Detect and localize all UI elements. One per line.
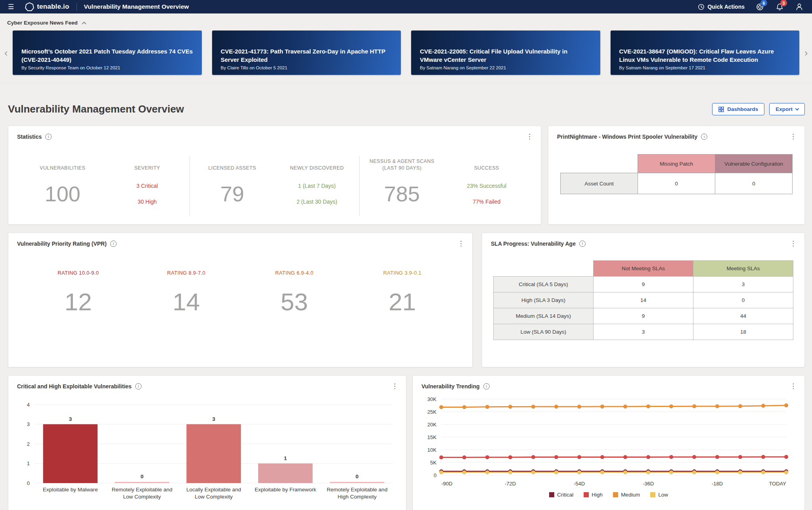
stat-label: NESSUS & AGENT SCANS bbox=[370, 158, 434, 165]
sla-cell[interactable]: 9 bbox=[594, 277, 693, 292]
vpr-rating-label: RATING 6.9-4.0 bbox=[275, 270, 313, 276]
severity-high-count[interactable]: 30 High bbox=[138, 199, 157, 205]
stat-label: NEWLY DISCOVERED bbox=[290, 165, 344, 172]
printnightmare-panel: PrintNightmare - Windows Print Spooler V… bbox=[548, 126, 805, 225]
legend-label: High bbox=[592, 492, 603, 498]
carousel-right-arrow[interactable]: › bbox=[800, 47, 812, 59]
row-label: Critical (SLA 5 Days) bbox=[494, 277, 594, 292]
vpr-rating-6-4: RATING 6.9-4.0 53 bbox=[240, 270, 349, 316]
sla-cell[interactable]: 3 bbox=[594, 324, 693, 340]
vpr-rating-value[interactable]: 21 bbox=[389, 288, 416, 316]
stat-scans: NESSUS & AGENT SCANS (LAST 90 DAYS) 785 bbox=[359, 156, 444, 216]
kebab-menu-icon[interactable]: ⋮ bbox=[526, 133, 533, 140]
asset-count-vulnerable-configuration[interactable]: 0 bbox=[715, 173, 793, 194]
svg-text:-36D: -36D bbox=[643, 481, 654, 487]
table-row: Critical (SLA 5 Days) 9 3 bbox=[494, 277, 793, 292]
info-icon[interactable]: i bbox=[579, 241, 586, 247]
scans-successful-pct[interactable]: 23% Successful bbox=[467, 183, 506, 189]
svg-text:25K: 25K bbox=[427, 409, 437, 415]
svg-text:3: 3 bbox=[27, 421, 30, 427]
column-header-not-meeting-slas: Not Meeting SLAs bbox=[594, 261, 693, 277]
news-card-title: CVE-2021-38647 (OMIGOD): Critical Flaw L… bbox=[619, 47, 791, 64]
quick-actions-label: Quick Actions bbox=[707, 4, 745, 10]
kebab-menu-icon[interactable]: ⋮ bbox=[790, 133, 797, 140]
vpr-panel: Vulnerability Priority Rating (VPR) i ⋮ … bbox=[8, 233, 473, 367]
clock-icon bbox=[698, 4, 705, 10]
svg-text:3: 3 bbox=[212, 416, 215, 422]
table-row: High (SLA 3 Days) 14 0 bbox=[494, 292, 793, 308]
kebab-menu-icon[interactable]: ⋮ bbox=[458, 240, 464, 247]
user-menu-button[interactable] bbox=[795, 2, 804, 11]
kebab-menu-icon[interactable]: ⋮ bbox=[790, 383, 797, 390]
news-card[interactable]: CVE-2021-41773: Path Traversal Zero-Day … bbox=[212, 31, 401, 75]
info-icon[interactable]: i bbox=[135, 383, 142, 390]
legend-item-critical: Critical bbox=[549, 492, 573, 498]
svg-text:Remotely Exploitable and: Remotely Exploitable and bbox=[112, 487, 172, 493]
stat-value: 785 bbox=[384, 172, 420, 216]
news-card[interactable]: CVE-2021-22005: Critical File Upload Vul… bbox=[411, 31, 600, 75]
help-button[interactable]: 6 bbox=[755, 2, 764, 11]
carousel-left-arrow[interactable]: ‹ bbox=[0, 47, 12, 59]
table-row: Asset Count 0 0 bbox=[561, 173, 793, 194]
svg-text:0: 0 bbox=[356, 474, 359, 479]
severity-critical-count[interactable]: 3 Critical bbox=[136, 183, 158, 189]
asset-count-missing-patch[interactable]: 0 bbox=[638, 173, 715, 194]
dashboards-button[interactable]: Dashboards bbox=[712, 103, 764, 115]
svg-text:4: 4 bbox=[27, 402, 30, 408]
vpr-rating-value[interactable]: 12 bbox=[65, 288, 92, 316]
vpr-rating-value[interactable]: 14 bbox=[172, 288, 200, 316]
stat-label: (LAST 90 DAYS) bbox=[382, 165, 421, 172]
legend-item-low: Low bbox=[650, 492, 668, 498]
stat-value: 100 bbox=[45, 172, 80, 216]
notifications-button[interactable]: 3 bbox=[775, 2, 784, 11]
kebab-menu-icon[interactable]: ⋮ bbox=[790, 240, 797, 247]
newly-discovered-30d[interactable]: 2 (Last 30 Days) bbox=[297, 199, 337, 205]
news-card[interactable]: CVE-2021-38647 (OMIGOD): Critical Flaw L… bbox=[611, 31, 800, 75]
main-content: Vulnerability Management Overview Dashbo… bbox=[0, 103, 812, 510]
table-row: Medium (SLA 14 Days) 9 44 bbox=[494, 308, 793, 324]
legend-label: Medium bbox=[621, 492, 640, 498]
news-card-byline: By Claire Tills on October 5 2021 bbox=[221, 65, 393, 70]
sla-cell[interactable]: 18 bbox=[693, 324, 793, 340]
svg-text:20K: 20K bbox=[427, 422, 437, 428]
info-icon[interactable]: i bbox=[45, 134, 52, 140]
svg-text:-18D: -18D bbox=[712, 481, 723, 487]
vpr-rating-value[interactable]: 53 bbox=[281, 288, 308, 316]
notifications-badge: 3 bbox=[780, 0, 787, 6]
sla-cell[interactable]: 44 bbox=[693, 308, 793, 324]
svg-text:High Complexity: High Complexity bbox=[337, 494, 377, 500]
legend-item-medium: Medium bbox=[613, 492, 640, 498]
vpr-rating-label: RATING 3.9-0.1 bbox=[383, 270, 421, 276]
brand[interactable]: tenable.io bbox=[25, 2, 69, 11]
legend-swatch bbox=[613, 492, 618, 497]
news-card[interactable]: Microsoft’s October 2021 Patch Tuesday A… bbox=[13, 31, 202, 75]
svg-text:Low Complexity: Low Complexity bbox=[123, 494, 161, 500]
hamburger-menu-icon[interactable]: ☰ bbox=[8, 4, 14, 10]
newly-discovered-7d[interactable]: 1 (Last 7 Days) bbox=[298, 183, 336, 189]
export-button[interactable]: Export bbox=[769, 103, 805, 115]
help-badge: 6 bbox=[760, 0, 767, 6]
row-label: Low (SLA 90 Days) bbox=[494, 324, 594, 340]
news-card-title: CVE-2021-22005: Critical File Upload Vul… bbox=[420, 47, 592, 64]
sla-cell[interactable]: 9 bbox=[594, 308, 693, 324]
info-icon[interactable]: i bbox=[701, 134, 707, 140]
printnightmare-table: Missing Patch Vulnerable Configuration A… bbox=[560, 154, 793, 194]
legend-item-high: High bbox=[584, 492, 603, 498]
scans-failed-pct[interactable]: 77% Failed bbox=[473, 199, 500, 205]
stat-label: LICENSED ASSETS bbox=[208, 165, 256, 172]
top-nav: ☰ tenable.io Vulnerability Management Ov… bbox=[0, 0, 812, 13]
sla-cell[interactable]: 0 bbox=[693, 292, 793, 308]
exploitable-vulns-title: Critical and High Exploitable Vulnerabil… bbox=[17, 383, 132, 390]
info-icon[interactable]: i bbox=[483, 383, 490, 390]
kebab-menu-icon[interactable]: ⋮ bbox=[391, 383, 398, 390]
table-corner-cell bbox=[561, 155, 638, 173]
app-root: ☰ tenable.io Vulnerability Management Ov… bbox=[0, 0, 812, 510]
svg-text:Exploitable by Malware: Exploitable by Malware bbox=[43, 487, 98, 493]
sla-cell[interactable]: 3 bbox=[693, 277, 793, 292]
info-icon[interactable]: i bbox=[110, 241, 117, 247]
collapse-chevron-icon[interactable] bbox=[82, 21, 86, 26]
stat-label: SUCCESS bbox=[474, 165, 499, 172]
quick-actions-button[interactable]: Quick Actions bbox=[698, 4, 745, 10]
sla-cell[interactable]: 14 bbox=[594, 292, 693, 308]
table-corner-cell bbox=[494, 261, 594, 277]
